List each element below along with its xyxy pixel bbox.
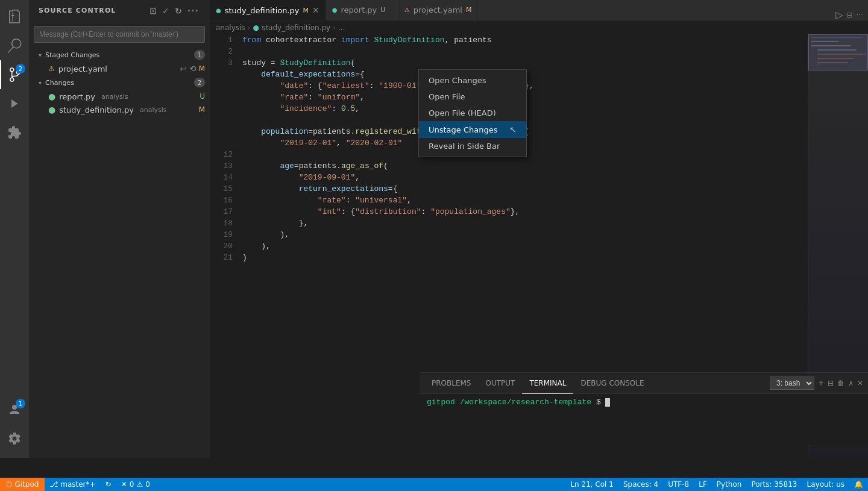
changes-label: Changes [45, 79, 74, 87]
delete-terminal-icon[interactable]: 🗑 [837, 379, 844, 387]
activity-bar-source-control[interactable]: 2 [0, 60, 29, 89]
source-control-badge: 2 [16, 64, 25, 73]
context-menu-unstage[interactable]: Unstage Changes ↖ [419, 121, 526, 138]
code-line-1: from cohortextractor import StudyDefinit… [240, 34, 808, 46]
terminal-prompt-symbol: $ [596, 398, 606, 407]
spaces-button[interactable]: Spaces: 4 [618, 478, 663, 491]
new-terminal-icon[interactable]: + [818, 379, 824, 387]
code-line-17: "int": {"distribution": "population_ages… [240, 206, 808, 217]
code-line-13: age=patients.age_as_of( [240, 160, 808, 172]
terminal-area: PROBLEMS OUTPUT TERMINAL DEBUG CONSOLE 3… [420, 372, 868, 445]
split-terminal-icon[interactable]: ⊟ [828, 379, 834, 387]
tab-bar-actions: ▷ ⊟ ··· [831, 9, 868, 20]
changes-file-name-2: study_definition.py [59, 105, 134, 114]
activity-bar-run[interactable] [0, 89, 29, 118]
line-col-button[interactable]: Ln 21, Col 1 [565, 478, 618, 491]
code-line-21: ) [240, 252, 808, 263]
breadcrumb-sep-1: › [248, 23, 251, 32]
terminal-tab-actions: 3: bash + ⊟ 🗑 ∧ ✕ [770, 377, 863, 390]
tab-close-1[interactable]: ✕ [312, 5, 319, 15]
terminal-tab-terminal[interactable]: TERMINAL [522, 373, 573, 394]
context-menu-open-changes[interactable]: Open Changes [419, 72, 526, 89]
status-bar-right: Ln 21, Col 1 Spaces: 4 UTF-8 LF Python P… [565, 478, 868, 491]
split-editor-icon[interactable]: ⊟ [846, 11, 852, 19]
terminal-tab-problems[interactable]: PROBLEMS [424, 373, 479, 394]
breadcrumb-analysis[interactable]: analysis [216, 23, 245, 32]
language-label: Python [717, 480, 742, 489]
code-line-2 [240, 46, 808, 57]
sidebar-title: SOURCE CONTROL [39, 7, 116, 14]
breadcrumb-more[interactable]: ... [338, 23, 345, 32]
sidebar: SOURCE CONTROL ⊡ ✓ ↻ ··· ▾ Staged Change… [29, 0, 210, 458]
sidebar-header-actions: ⊡ ✓ ↻ ··· [148, 5, 200, 17]
tab-study-definition[interactable]: ● study_definition.py M ✕ [210, 0, 326, 20]
commit-input-area [29, 21, 210, 48]
breadcrumb-file[interactable]: study_definition.py [262, 23, 330, 32]
terminal-content[interactable]: gitpod /workspace/research-template $ [420, 394, 868, 445]
encoding-button[interactable]: UTF-8 [663, 478, 694, 491]
staged-changes-header[interactable]: ▾ Staged Changes 1 [29, 48, 210, 62]
main-editor-area: ● study_definition.py M ✕ ● report.py U … [210, 0, 868, 458]
collapse-terminal-icon[interactable]: ∧ [848, 379, 854, 387]
spaces-label: Spaces: 4 [623, 480, 658, 489]
tab-status-1: M [303, 7, 309, 14]
status-bar-left: ⬡ Gitpod ⎇ master*+ ↻ ✕ 0 ⚠ 0 [0, 478, 155, 491]
close-terminal-icon[interactable]: ✕ [857, 379, 863, 387]
language-button[interactable]: Python [712, 478, 747, 491]
stage-file-action-open[interactable]: ↩ [180, 64, 187, 73]
context-menu-reveal-sidebar[interactable]: Reveal in Side Bar [419, 138, 526, 154]
warning-tab-icon: ⚠ [404, 7, 410, 13]
unstage-label: Unstage Changes [429, 125, 498, 134]
context-menu-open-file-head[interactable]: Open File (HEAD) [419, 105, 526, 121]
more-actions-icon[interactable]: ··· [186, 5, 200, 17]
terminal-cursor [605, 398, 610, 407]
activity-bar-account[interactable]: 1 [0, 395, 29, 424]
activity-bar-search[interactable] [0, 31, 29, 60]
gitpod-button[interactable]: ⬡ Gitpod [0, 478, 45, 491]
code-line-20: ), [240, 240, 808, 252]
python-file-icon: ● [48, 92, 55, 101]
commit-message-input[interactable] [34, 26, 205, 43]
tab-report-py[interactable]: ● report.py U [326, 0, 398, 20]
line-col-label: Ln 21, Col 1 [570, 480, 614, 489]
terminal-tab-debug[interactable]: DEBUG CONSOLE [573, 373, 651, 394]
pending-changes-icon[interactable]: ⊡ [148, 5, 159, 17]
activity-bar-extensions[interactable] [0, 118, 29, 147]
refresh-icon[interactable]: ↻ [174, 5, 184, 17]
bash-selector[interactable]: 3: bash [770, 377, 814, 390]
tab-project-yaml[interactable]: ⚠ project.yaml M [398, 0, 479, 20]
code-line-15: return_expectations={ [240, 183, 808, 195]
terminal-prompt-path: /workspace/research-template [460, 398, 591, 407]
code-line-19: ), [240, 229, 808, 240]
sync-button[interactable]: ↻ [101, 478, 116, 491]
terminal-tab-output[interactable]: OUTPUT [479, 373, 523, 394]
changes-file-name-1: report.py [59, 92, 95, 101]
sidebar-header: SOURCE CONTROL ⊡ ✓ ↻ ··· [29, 0, 210, 21]
layout-button[interactable]: Layout: us [802, 478, 849, 491]
ports-label: Ports: 35813 [751, 480, 797, 489]
python-file-icon-2: ● [48, 105, 55, 114]
tab-label-2: report.py [341, 5, 377, 14]
changes-file-report-py[interactable]: ● report.py analysis U [29, 90, 210, 103]
branch-label: master*+ [60, 480, 95, 489]
stage-file-action-discard[interactable]: ⟲ [189, 64, 197, 73]
run-icon[interactable]: ▷ [835, 9, 843, 20]
context-menu-open-file[interactable]: Open File [419, 89, 526, 105]
notification-bell[interactable]: 🔔 [849, 478, 868, 491]
changes-file-path-1: analysis [101, 93, 128, 101]
eol-button[interactable]: LF [694, 478, 712, 491]
more-tab-actions-icon[interactable]: ··· [857, 11, 863, 19]
breadcrumb: analysis › ● study_definition.py › ... [210, 21, 868, 34]
activity-bar-settings[interactable] [0, 424, 29, 453]
commit-check-icon[interactable]: ✓ [161, 5, 171, 17]
ports-button[interactable]: Ports: 35813 [746, 478, 802, 491]
staged-changes-label: Staged Changes [45, 51, 99, 59]
errors-button[interactable]: ✕ 0 ⚠ 0 [116, 478, 155, 491]
code-line-16: "rate": "universal", [240, 195, 808, 206]
changes-header[interactable]: ▾ Changes 2 [29, 75, 210, 90]
context-menu: Open Changes Open File Open File (HEAD) … [418, 69, 527, 157]
activity-bar-explorer[interactable] [0, 2, 29, 31]
branch-button[interactable]: ⎇ master*+ [45, 478, 100, 491]
staged-file-project-yaml[interactable]: ⚠ project.yaml ↩ ⟲ M [29, 62, 210, 75]
changes-file-study-definition[interactable]: ● study_definition.py analysis M [29, 103, 210, 116]
